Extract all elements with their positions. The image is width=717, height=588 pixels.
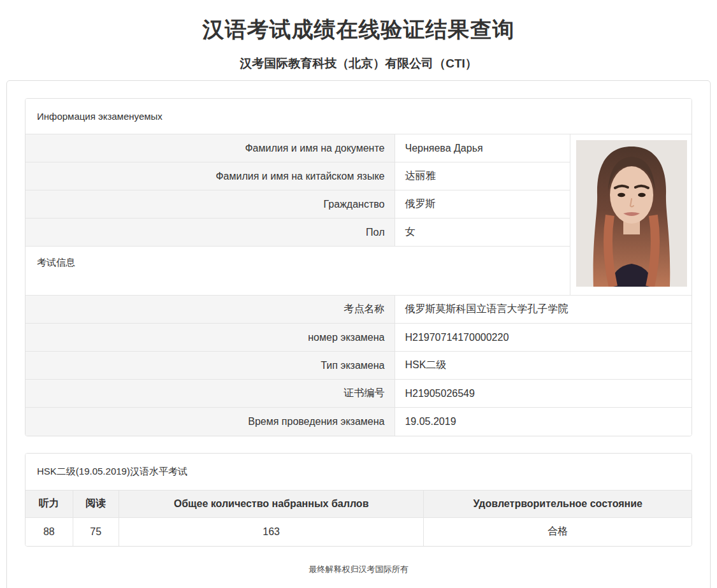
main-panel: Информация экзаменуемых Фамилия и имя на… — [6, 80, 711, 588]
examinee-portrait-photo — [576, 140, 687, 287]
row-value-chinese-name: 达丽雅 — [395, 162, 570, 190]
table-row: Информация экзаменуемых — [25, 99, 692, 134]
row-label-test-center: 考点名称 — [25, 296, 395, 324]
table-row: 证书编号 H21905026549 — [25, 380, 692, 408]
col-header-reading: 阅读 — [73, 490, 119, 517]
examinee-section-header: Информация экзаменуемых — [25, 99, 692, 134]
row-label-certificate-number: 证书编号 — [25, 380, 395, 408]
row-value-test-center: 俄罗斯莫斯科国立语言大学孔子学院 — [395, 296, 692, 324]
row-value-document-name: Черняева Дарья — [395, 134, 570, 162]
score-listening: 88 — [25, 517, 73, 546]
row-label-document-name: Фамилия и имя на документе — [25, 134, 395, 162]
photo-cell — [570, 134, 692, 296]
score-total: 163 — [119, 517, 424, 546]
page-subtitle: 汉考国际教育科技（北京）有限公司（CTI） — [0, 55, 717, 72]
page-root: 汉语考试成绩在线验证结果查询 汉考国际教育科技（北京）有限公司（CTI） Инф… — [0, 15, 717, 588]
table-row: номер экзамена H21970714170000220 — [25, 324, 692, 352]
col-header-listening: 听力 — [25, 490, 73, 517]
row-value-exam-date: 19.05.2019 — [395, 408, 692, 436]
page-title: 汉语考试成绩在线验证结果查询 — [0, 15, 717, 45]
row-label-chinese-name: Фамилия и имя на китайском языке — [25, 162, 395, 190]
footer-disclaimer: 最终解释权归汉考国际所有 — [25, 564, 692, 575]
table-row: HSK二级(19.05.2019)汉语水平考试 — [25, 454, 692, 491]
row-value-gender: 女 — [395, 219, 570, 247]
row-label-citizenship: Гражданство — [25, 190, 395, 219]
table-row: 88 75 163 合格 — [25, 517, 692, 546]
table-row: Тип экзамена HSK二级 — [25, 352, 692, 380]
table-row: 听力 阅读 Общее количество набранных баллов … — [25, 490, 692, 517]
score-result-status: 合格 — [424, 517, 692, 546]
row-value-exam-type: HSK二级 — [395, 352, 692, 380]
score-card: HSK二级(19.05.2019)汉语水平考试 听力 阅读 Общее коли… — [25, 453, 692, 547]
col-header-result-status: Удовлетрворительное состояние — [424, 490, 692, 517]
row-label-exam-number: номер экзамена — [25, 324, 395, 352]
row-label-exam-date: Время проведения экзамена — [25, 408, 395, 436]
table-row: Время проведения экзамена 19.05.2019 — [25, 408, 692, 436]
row-label-gender: Пол — [25, 219, 395, 247]
score-section-header: HSK二级(19.05.2019)汉语水平考试 — [25, 454, 692, 491]
exam-section-header: 考试信息 — [25, 247, 570, 296]
row-value-citizenship: 俄罗斯 — [395, 190, 570, 219]
row-value-exam-number: H21970714170000220 — [395, 324, 692, 352]
score-table: HSK二级(19.05.2019)汉语水平考试 听力 阅读 Общее коли… — [25, 454, 692, 547]
row-value-certificate-number: H21905026549 — [395, 380, 692, 408]
row-label-exam-type: Тип экзамена — [25, 352, 395, 380]
examinee-info-table: Информация экзаменуемых Фамилия и имя на… — [25, 99, 692, 436]
table-row: Фамилия и имя на документе Черняева Дарь… — [25, 134, 692, 162]
score-reading: 75 — [73, 517, 119, 546]
examinee-info-card: Информация экзаменуемых Фамилия и имя на… — [25, 98, 692, 436]
table-row: 考点名称 俄罗斯莫斯科国立语言大学孔子学院 — [25, 296, 692, 324]
col-header-total-score: Общее количество набранных баллов — [119, 490, 424, 517]
